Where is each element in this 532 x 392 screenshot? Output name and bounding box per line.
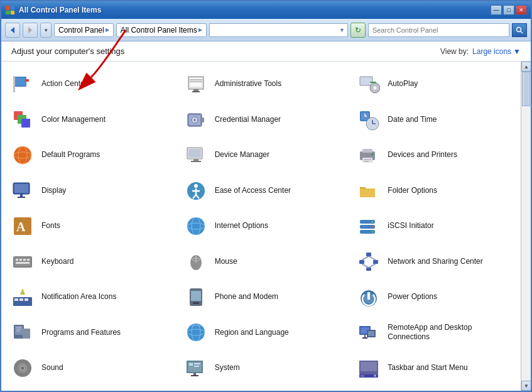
svg-rect-79 [16, 262, 30, 264]
minimize-button[interactable]: — [491, 5, 502, 15]
sound-label: Sound [41, 363, 63, 373]
svg-text:A: A [16, 220, 26, 234]
grid-item-action-center[interactable]: Action Center [1, 67, 175, 102]
svg-rect-125 [194, 366, 199, 367]
grid-item-notification-icons[interactable]: Notification Area Icons [1, 280, 175, 315]
svg-line-87 [369, 256, 376, 260]
programs-features-label: Programs and Features [41, 328, 121, 338]
svg-rect-30 [202, 117, 204, 122]
grid-item-ease-of-access[interactable]: Ease of Access Center [175, 173, 348, 208]
grid-item-phone-modem[interactable]: Phone and Modem [175, 280, 348, 315]
address-dropdown-chevron[interactable]: ▼ [339, 27, 345, 33]
recent-locations-button[interactable]: ▾ [40, 23, 52, 38]
grid-item-iscsi[interactable]: iSCSI Initiator [347, 209, 521, 244]
devices-printers-icon [356, 143, 381, 168]
view-by-value: Large icons [472, 47, 511, 56]
grid-item-keyboard[interactable]: Keyboard [1, 244, 175, 279]
svg-rect-25 [21, 119, 30, 128]
taskbar-label: Taskbar and Start Menu [388, 363, 467, 373]
grid-item-folder-options[interactable]: Folder Options [347, 173, 521, 208]
grid-item-system[interactable]: System [175, 351, 348, 386]
grid-item-device-manager[interactable]: Device Manager [175, 138, 348, 173]
svg-rect-94 [24, 298, 28, 301]
keyboard-label: Keyboard [41, 257, 73, 267]
items-grid: Action CenterAdministrative ToolsAutoPla… [1, 62, 521, 391]
phone-modem-icon [183, 285, 209, 310]
grid-item-network-sharing[interactable]: Network and Sharing Center [347, 244, 521, 279]
content-header: Adjust your computer's settings View by:… [1, 41, 531, 62]
administrative-tools-icon [183, 72, 209, 97]
credential-manager-label: Credential Manager [215, 115, 281, 125]
grid-item-default-programs[interactable]: Default Programs [1, 138, 175, 173]
svg-rect-44 [191, 161, 201, 162]
svg-point-6 [517, 27, 521, 31]
breadcrumb-control-panel[interactable]: Control Panel ▶ [54, 23, 114, 37]
grid-item-power-options[interactable]: Power Options [347, 280, 521, 315]
svg-rect-123 [189, 363, 193, 366]
grid-item-administrative-tools[interactable]: Administrative Tools [175, 67, 348, 102]
grid-item-date-time[interactable]: Date and Time [347, 102, 521, 137]
svg-rect-52 [14, 184, 28, 193]
svg-rect-1 [11, 6, 14, 10]
svg-line-7 [521, 31, 523, 33]
svg-point-50 [371, 153, 374, 156]
breadcrumb-all-label: All Control Panel Items [121, 26, 197, 35]
svg-rect-116 [362, 337, 367, 339]
view-by-chevron: ▼ [513, 47, 521, 56]
grid-item-remoteapp[interactable]: RemoteApp and Desktop Connections [347, 315, 521, 350]
close-button[interactable]: ✕ [516, 5, 527, 15]
svg-point-132 [374, 374, 376, 377]
search-input[interactable] [368, 23, 509, 37]
grid-item-devices-printers[interactable]: Devices and Printers [347, 138, 521, 173]
refresh-button[interactable]: ↻ [350, 23, 366, 38]
svg-rect-3 [11, 11, 14, 14]
view-by-dropdown[interactable]: Large icons ▼ [472, 47, 521, 56]
grid-item-sound[interactable]: Sound [1, 351, 175, 386]
search-button[interactable] [512, 23, 527, 37]
svg-line-86 [362, 256, 369, 260]
grid-item-autoplay[interactable]: AutoPlay [347, 67, 521, 102]
svg-point-38 [14, 146, 31, 164]
grid-item-internet-options[interactable]: Internet Options [175, 209, 348, 244]
grid-item-display[interactable]: Display [1, 173, 175, 208]
grid-item-taskbar[interactable]: Taskbar and Start Menu [347, 351, 521, 386]
power-options-icon [356, 285, 381, 310]
svg-rect-84 [359, 260, 364, 264]
breadcrumb-all-items[interactable]: All Control Panel Items ▶ [116, 23, 207, 37]
breadcrumb-cp-chevron: ▶ [106, 27, 109, 33]
grid-item-region-language[interactable]: Region and Language [175, 315, 348, 350]
svg-point-72 [372, 231, 374, 232]
network-sharing-icon [356, 249, 381, 274]
back-button[interactable] [5, 23, 20, 38]
grid-item-programs-features[interactable]: Programs and Features [1, 315, 175, 350]
svg-rect-107 [23, 329, 30, 339]
window-buttons: — □ ✕ [491, 5, 527, 15]
svg-point-56 [194, 184, 198, 188]
svg-rect-114 [368, 331, 374, 336]
region-language-icon [183, 320, 209, 345]
grid-item-color-management[interactable]: Color Management [1, 102, 175, 137]
grid-item-credential-manager[interactable]: Credential Manager [175, 102, 348, 137]
svg-marker-5 [28, 27, 32, 33]
view-by-label: View by: [440, 47, 469, 56]
fonts-icon: A [10, 214, 35, 239]
grid-item-fonts[interactable]: AFonts [1, 209, 175, 244]
svg-point-21 [374, 87, 376, 89]
svg-rect-18 [360, 77, 372, 85]
grid-item-mouse[interactable]: Mouse [175, 244, 348, 279]
scrollbar[interactable]: ▲ ▼ [521, 62, 531, 391]
scrollbar-down-button[interactable]: ▼ [521, 381, 531, 391]
forward-button[interactable] [23, 23, 38, 38]
system-label: System [215, 363, 240, 373]
scrollbar-up-button[interactable]: ▲ [521, 62, 531, 72]
svg-point-108 [187, 324, 205, 341]
iscsi-label: iSCSI Initiator [388, 221, 433, 231]
window-icon [5, 5, 15, 15]
svg-rect-42 [188, 149, 201, 158]
svg-rect-93 [19, 298, 23, 301]
device-manager-icon [183, 143, 209, 168]
title-bar: All Control Panel Items — □ ✕ [1, 1, 531, 19]
maximize-button[interactable]: □ [503, 5, 514, 15]
scrollbar-thumb[interactable] [522, 72, 530, 106]
action-center-icon [10, 72, 35, 97]
